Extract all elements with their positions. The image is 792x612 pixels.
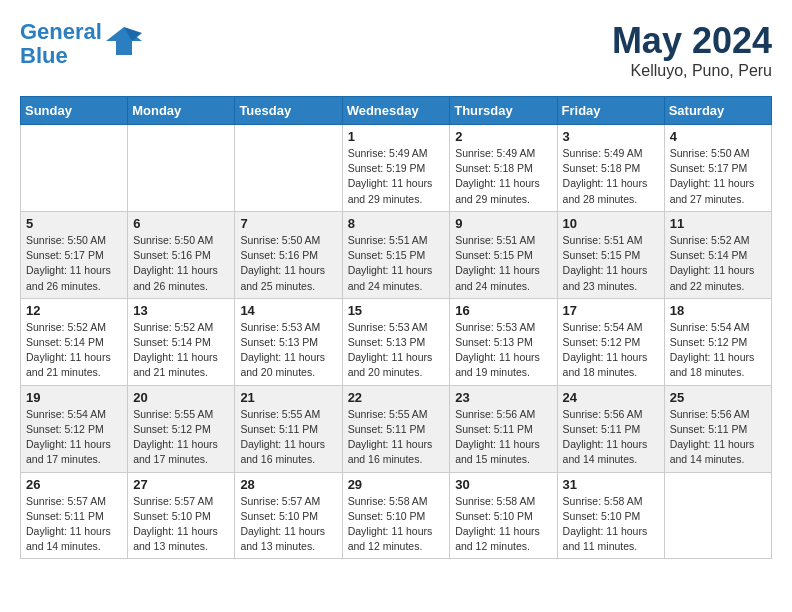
calendar-cell: 22Sunrise: 5:55 AM Sunset: 5:11 PM Dayli… [342,385,450,472]
day-info: Sunrise: 5:58 AM Sunset: 5:10 PM Dayligh… [455,494,551,555]
weekday-header: Thursday [450,97,557,125]
calendar-cell: 19Sunrise: 5:54 AM Sunset: 5:12 PM Dayli… [21,385,128,472]
calendar-cell [235,125,342,212]
day-info: Sunrise: 5:49 AM Sunset: 5:19 PM Dayligh… [348,146,445,207]
day-info: Sunrise: 5:55 AM Sunset: 5:11 PM Dayligh… [348,407,445,468]
day-info: Sunrise: 5:53 AM Sunset: 5:13 PM Dayligh… [240,320,336,381]
day-number: 22 [348,390,445,405]
calendar-cell: 29Sunrise: 5:58 AM Sunset: 5:10 PM Dayli… [342,472,450,559]
weekday-header: Wednesday [342,97,450,125]
day-info: Sunrise: 5:50 AM Sunset: 5:17 PM Dayligh… [26,233,122,294]
day-number: 21 [240,390,336,405]
day-number: 23 [455,390,551,405]
location: Kelluyo, Puno, Peru [612,62,772,80]
weekday-header: Friday [557,97,664,125]
day-info: Sunrise: 5:49 AM Sunset: 5:18 PM Dayligh… [563,146,659,207]
day-number: 6 [133,216,229,231]
calendar-cell: 26Sunrise: 5:57 AM Sunset: 5:11 PM Dayli… [21,472,128,559]
weekday-header: Tuesday [235,97,342,125]
day-info: Sunrise: 5:52 AM Sunset: 5:14 PM Dayligh… [133,320,229,381]
day-number: 11 [670,216,766,231]
calendar-table: SundayMondayTuesdayWednesdayThursdayFrid… [20,96,772,559]
day-number: 4 [670,129,766,144]
weekday-header: Monday [128,97,235,125]
day-info: Sunrise: 5:58 AM Sunset: 5:10 PM Dayligh… [348,494,445,555]
day-number: 17 [563,303,659,318]
day-info: Sunrise: 5:56 AM Sunset: 5:11 PM Dayligh… [455,407,551,468]
calendar-cell: 9Sunrise: 5:51 AM Sunset: 5:15 PM Daylig… [450,211,557,298]
calendar-cell: 5Sunrise: 5:50 AM Sunset: 5:17 PM Daylig… [21,211,128,298]
calendar-cell: 4Sunrise: 5:50 AM Sunset: 5:17 PM Daylig… [664,125,771,212]
day-number: 24 [563,390,659,405]
logo-bird-icon [106,23,142,66]
day-info: Sunrise: 5:51 AM Sunset: 5:15 PM Dayligh… [455,233,551,294]
day-number: 20 [133,390,229,405]
day-number: 8 [348,216,445,231]
day-info: Sunrise: 5:51 AM Sunset: 5:15 PM Dayligh… [563,233,659,294]
day-info: Sunrise: 5:56 AM Sunset: 5:11 PM Dayligh… [670,407,766,468]
calendar-week-row: 5Sunrise: 5:50 AM Sunset: 5:17 PM Daylig… [21,211,772,298]
calendar-cell: 17Sunrise: 5:54 AM Sunset: 5:12 PM Dayli… [557,298,664,385]
calendar-week-row: 19Sunrise: 5:54 AM Sunset: 5:12 PM Dayli… [21,385,772,472]
day-number: 26 [26,477,122,492]
day-info: Sunrise: 5:52 AM Sunset: 5:14 PM Dayligh… [26,320,122,381]
calendar-cell: 20Sunrise: 5:55 AM Sunset: 5:12 PM Dayli… [128,385,235,472]
calendar-cell: 2Sunrise: 5:49 AM Sunset: 5:18 PM Daylig… [450,125,557,212]
calendar-cell: 6Sunrise: 5:50 AM Sunset: 5:16 PM Daylig… [128,211,235,298]
calendar-cell: 25Sunrise: 5:56 AM Sunset: 5:11 PM Dayli… [664,385,771,472]
calendar-cell [664,472,771,559]
calendar-cell: 31Sunrise: 5:58 AM Sunset: 5:10 PM Dayli… [557,472,664,559]
calendar-cell: 1Sunrise: 5:49 AM Sunset: 5:19 PM Daylig… [342,125,450,212]
calendar-cell: 7Sunrise: 5:50 AM Sunset: 5:16 PM Daylig… [235,211,342,298]
calendar-cell: 14Sunrise: 5:53 AM Sunset: 5:13 PM Dayli… [235,298,342,385]
day-info: Sunrise: 5:50 AM Sunset: 5:16 PM Dayligh… [133,233,229,294]
page-header: GeneralBlue May 2024 Kelluyo, Puno, Peru [20,20,772,80]
calendar-cell [21,125,128,212]
svg-marker-0 [106,27,142,55]
calendar-cell: 24Sunrise: 5:56 AM Sunset: 5:11 PM Dayli… [557,385,664,472]
day-info: Sunrise: 5:50 AM Sunset: 5:16 PM Dayligh… [240,233,336,294]
day-info: Sunrise: 5:54 AM Sunset: 5:12 PM Dayligh… [670,320,766,381]
day-number: 12 [26,303,122,318]
calendar-week-row: 26Sunrise: 5:57 AM Sunset: 5:11 PM Dayli… [21,472,772,559]
calendar-cell: 16Sunrise: 5:53 AM Sunset: 5:13 PM Dayli… [450,298,557,385]
day-info: Sunrise: 5:58 AM Sunset: 5:10 PM Dayligh… [563,494,659,555]
day-info: Sunrise: 5:53 AM Sunset: 5:13 PM Dayligh… [348,320,445,381]
calendar-cell: 21Sunrise: 5:55 AM Sunset: 5:11 PM Dayli… [235,385,342,472]
day-info: Sunrise: 5:54 AM Sunset: 5:12 PM Dayligh… [26,407,122,468]
logo: GeneralBlue [20,20,142,68]
day-info: Sunrise: 5:53 AM Sunset: 5:13 PM Dayligh… [455,320,551,381]
day-info: Sunrise: 5:50 AM Sunset: 5:17 PM Dayligh… [670,146,766,207]
day-info: Sunrise: 5:57 AM Sunset: 5:11 PM Dayligh… [26,494,122,555]
day-number: 30 [455,477,551,492]
day-number: 5 [26,216,122,231]
calendar-cell: 12Sunrise: 5:52 AM Sunset: 5:14 PM Dayli… [21,298,128,385]
day-info: Sunrise: 5:49 AM Sunset: 5:18 PM Dayligh… [455,146,551,207]
weekday-header: Sunday [21,97,128,125]
day-number: 27 [133,477,229,492]
day-info: Sunrise: 5:52 AM Sunset: 5:14 PM Dayligh… [670,233,766,294]
day-info: Sunrise: 5:55 AM Sunset: 5:11 PM Dayligh… [240,407,336,468]
day-number: 18 [670,303,766,318]
calendar-cell: 11Sunrise: 5:52 AM Sunset: 5:14 PM Dayli… [664,211,771,298]
day-info: Sunrise: 5:56 AM Sunset: 5:11 PM Dayligh… [563,407,659,468]
day-number: 1 [348,129,445,144]
day-info: Sunrise: 5:51 AM Sunset: 5:15 PM Dayligh… [348,233,445,294]
calendar-cell: 30Sunrise: 5:58 AM Sunset: 5:10 PM Dayli… [450,472,557,559]
calendar-cell: 15Sunrise: 5:53 AM Sunset: 5:13 PM Dayli… [342,298,450,385]
calendar-cell: 18Sunrise: 5:54 AM Sunset: 5:12 PM Dayli… [664,298,771,385]
calendar-cell: 8Sunrise: 5:51 AM Sunset: 5:15 PM Daylig… [342,211,450,298]
calendar-cell: 28Sunrise: 5:57 AM Sunset: 5:10 PM Dayli… [235,472,342,559]
day-number: 14 [240,303,336,318]
day-number: 25 [670,390,766,405]
day-number: 16 [455,303,551,318]
day-number: 31 [563,477,659,492]
logo-text: GeneralBlue [20,20,102,68]
day-info: Sunrise: 5:57 AM Sunset: 5:10 PM Dayligh… [133,494,229,555]
calendar-cell: 27Sunrise: 5:57 AM Sunset: 5:10 PM Dayli… [128,472,235,559]
day-number: 10 [563,216,659,231]
day-number: 19 [26,390,122,405]
day-number: 2 [455,129,551,144]
day-info: Sunrise: 5:54 AM Sunset: 5:12 PM Dayligh… [563,320,659,381]
calendar-cell: 23Sunrise: 5:56 AM Sunset: 5:11 PM Dayli… [450,385,557,472]
